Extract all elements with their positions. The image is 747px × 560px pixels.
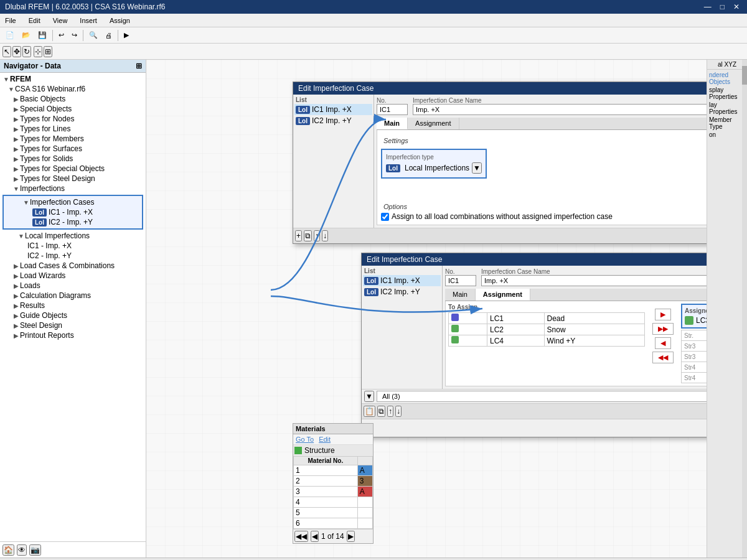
materials-edit-btn[interactable]: Edit (317, 436, 332, 443)
assign-all-right-btn[interactable]: ▶▶ (652, 323, 674, 335)
mat-prev-btn[interactable]: ◀◀ (294, 531, 308, 542)
dialog2-list-item-2[interactable]: LoI IC2 Imp. +Y (363, 286, 441, 297)
nav-types-steel[interactable]: ▶ Types for Steel Design (0, 174, 146, 184)
toolbar-redo[interactable]: ↪ (68, 29, 80, 41)
nav-special-objects[interactable]: ▶ Special Objects (0, 104, 146, 114)
nav-eye-btn[interactable]: 👁 (17, 544, 27, 556)
toolbar2-rotate[interactable]: ↻ (22, 46, 31, 57)
dialog1-tab-assignment[interactable]: Assignment (408, 118, 459, 129)
toolbar-view[interactable]: 🔍 (86, 29, 101, 41)
dialog1-tab-main[interactable]: Main (377, 118, 408, 129)
assign-left-btn[interactable]: ◀ (655, 337, 671, 349)
dialog1-titlebar[interactable]: Edit Imperfection Case ? — □ ✕ (293, 82, 747, 95)
nav-calc-diagrams[interactable]: ▶ Calculation Diagrams (0, 291, 146, 301)
dialog2-no-input[interactable] (445, 275, 476, 286)
dialog1-no-input[interactable] (377, 104, 408, 115)
nav-load-cases[interactable]: ▶ Load Cases & Combinations (0, 261, 146, 271)
mat-next-btn[interactable]: ▶ (347, 531, 355, 542)
nav-basic-objects[interactable]: ▶ Basic Objects (0, 94, 146, 104)
toolbar-run[interactable]: ▶ (121, 29, 132, 41)
toolbar2-select[interactable]: ↖ (2, 46, 11, 57)
materials-goto-btn[interactable]: Go To (294, 436, 315, 443)
dialog1-list-item-1[interactable]: LoI IC1 Imp. +X (294, 104, 372, 115)
to-assign-row-3[interactable]: LC4 Wind +Y (449, 335, 645, 347)
imp-cases-arrow: ▼ (22, 199, 30, 206)
menu-view[interactable]: View (50, 16, 70, 26)
menu-file[interactable]: File (2, 16, 19, 26)
toolbar2-grid[interactable]: ⊞ (44, 46, 52, 57)
menu-bar: File Edit View Insert Assign (0, 14, 747, 27)
right-panel-member-type[interactable]: Member Type (708, 116, 746, 131)
nav-local-ic2[interactable]: IC2 - Imp. +Y (0, 251, 146, 261)
nav-home-btn[interactable]: 🏠 (2, 544, 14, 556)
dialog2-list-item-1[interactable]: LoI IC1 Imp. +X (363, 275, 441, 286)
toolbar-print[interactable]: 🖨 (102, 30, 115, 41)
types-members-label: Types for Members (20, 134, 84, 143)
nav-printout-reports[interactable]: ▶ Printout Reports (0, 330, 146, 340)
window-controls[interactable]: — □ ✕ (702, 2, 742, 11)
nav-load-wizards[interactable]: ▶ Load Wizards (0, 271, 146, 281)
nav-types-special[interactable]: ▶ Types for Special Objects (0, 164, 146, 174)
filter-icon-btn[interactable]: ▼ (364, 391, 374, 402)
menu-edit[interactable]: Edit (26, 16, 43, 26)
nav-file[interactable]: ▼ CSA S16 Webinar.rf6 (0, 84, 146, 94)
toolbar-new[interactable]: 📄 (2, 29, 17, 41)
dialog2-list-icon3[interactable]: ↑ (387, 406, 393, 417)
to-assign-row-2[interactable]: LC2 Snow (449, 324, 645, 335)
nav-ic2-item[interactable]: LoI IC2 - Imp. +Y (5, 217, 141, 227)
right-panel-display-props[interactable]: splay Properties (708, 86, 746, 101)
nav-imperfection-cases[interactable]: ▼ Imperfection Cases (5, 197, 141, 207)
to-assign-row-1[interactable]: LC1 Dead (449, 313, 645, 324)
navigator-expand-icon[interactable]: ⊞ (136, 62, 142, 70)
minimize-btn[interactable]: — (702, 2, 714, 11)
nav-ic1-item[interactable]: LoI IC1 - Imp. +X (5, 207, 141, 217)
maximize-btn[interactable]: □ (718, 2, 727, 11)
toolbar-save[interactable]: 💾 (35, 29, 50, 41)
assign-right-btn[interactable]: ▶ (655, 309, 671, 320)
dialog2-titlebar[interactable]: Edit Imperfection Case ? — □ ✕ (362, 253, 747, 266)
nav-types-surfaces[interactable]: ▶ Types for Surfaces (0, 144, 146, 154)
close-btn[interactable]: ✕ (731, 2, 742, 11)
nav-types-solids[interactable]: ▶ Types for Solids (0, 154, 146, 164)
right-panel-rendered[interactable]: ndered Objects (708, 71, 746, 86)
dialog1-list-add[interactable]: + (295, 230, 302, 241)
menu-assign[interactable]: Assign (107, 16, 133, 26)
assign-all-left-btn[interactable]: ◀◀ (652, 352, 674, 363)
nav-guide-objects[interactable]: ▶ Guide Objects (0, 310, 146, 320)
nav-camera-btn[interactable]: 📷 (29, 544, 41, 556)
nav-local-ic1[interactable]: IC1 - Imp. +X (0, 241, 146, 251)
dialog2-list-icon2[interactable]: ⧉ (377, 406, 385, 417)
imp-type-dropdown[interactable]: ▼ (472, 162, 482, 174)
nav-loads[interactable]: ▶ Loads (0, 281, 146, 291)
menu-insert[interactable]: Insert (77, 16, 100, 26)
dialog2-list-icon4[interactable]: ↓ (395, 406, 402, 417)
results-arrow: ▶ (12, 302, 20, 309)
nav-types-lines[interactable]: ▶ Types for Lines (0, 124, 146, 134)
toolbar-undo[interactable]: ↩ (55, 29, 67, 41)
mat-back-btn[interactable]: ◀ (311, 531, 319, 542)
toolbar2-snap[interactable]: ⊹ (34, 46, 42, 57)
right-panel-lay-props[interactable]: lay Properties (708, 101, 746, 116)
nav-results[interactable]: ▶ Results (0, 301, 146, 310)
nav-imperfections[interactable]: ▼ Imperfections (0, 184, 146, 194)
dialog2-tab-main[interactable]: Main (445, 289, 476, 301)
dialog1-name-input[interactable] (413, 104, 747, 115)
dialog1-list-down[interactable]: ↓ (322, 230, 328, 241)
dialog2-tab-assignment[interactable]: Assignment (476, 289, 530, 301)
right-scrollbar-thumb[interactable] (742, 66, 747, 85)
right-scrollbar[interactable] (742, 60, 747, 558)
nav-types-members[interactable]: ▶ Types for Members (0, 134, 146, 144)
nav-types-nodes[interactable]: ▶ Types for Nodes (0, 114, 146, 124)
dialog1-list-copy[interactable]: ⧉ (304, 230, 312, 241)
dialog2-list-icon1[interactable]: 📋 (364, 406, 375, 417)
dialog1-list-item-2[interactable]: LoI IC2 Imp. +Y (294, 115, 372, 126)
dialog1-list-up[interactable]: ↑ (314, 230, 320, 241)
loads-arrow: ▶ (12, 282, 20, 289)
nav-rfem-root[interactable]: ▼ RFEM (0, 74, 146, 84)
nav-local-imperfections[interactable]: ▼ Local Imperfections (0, 231, 146, 241)
nav-steel-design[interactable]: ▶ Steel Design (0, 320, 146, 330)
toolbar2-move[interactable]: ✥ (12, 46, 21, 57)
dialog1-options-checkbox[interactable] (381, 213, 389, 221)
right-panel-on[interactable]: on (708, 131, 746, 139)
toolbar-open[interactable]: 📂 (19, 29, 34, 41)
